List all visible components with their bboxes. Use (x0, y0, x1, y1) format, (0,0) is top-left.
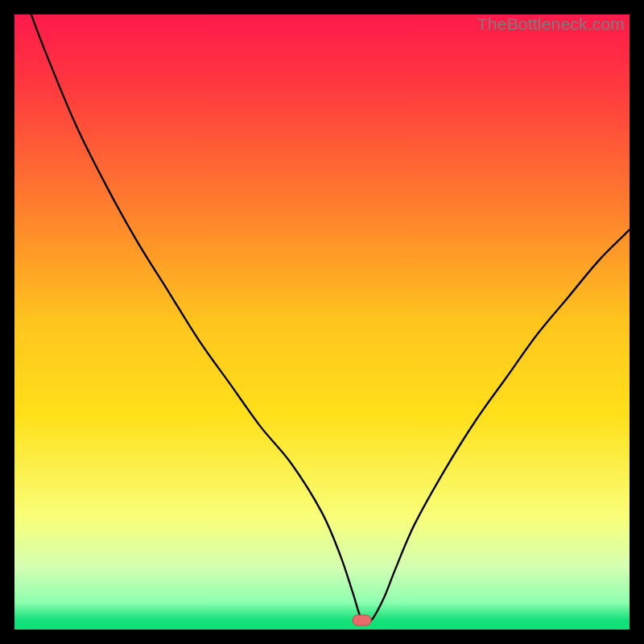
watermark-text: TheBottleneck.com (477, 14, 625, 34)
gradient-background (14, 14, 630, 630)
optimal-marker (353, 615, 371, 625)
bottleneck-plot (14, 14, 630, 630)
chart-frame: TheBottleneck.com (14, 14, 630, 630)
